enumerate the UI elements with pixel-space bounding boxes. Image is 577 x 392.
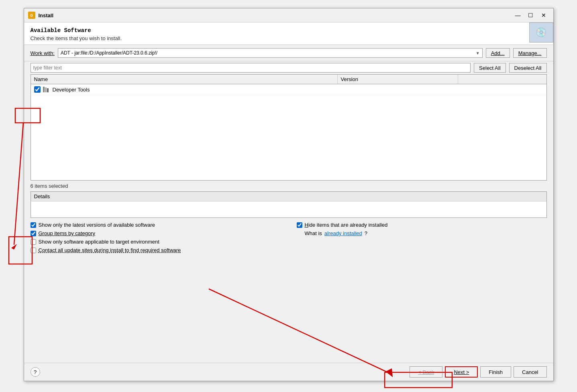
developer-tools-label: Developer Tools	[53, 87, 90, 93]
table-header: Name Version	[31, 75, 546, 84]
option-row-latest: Show only the latest versions of availab…	[31, 222, 281, 228]
col-extra-header	[458, 75, 546, 84]
svg-marker-5	[11, 244, 17, 250]
label-target-environment: Show only software applicable to target …	[39, 239, 159, 245]
toolbar-section: Work with: ADT - jar:file:/D:/AppInstall…	[24, 45, 553, 61]
work-with-combo[interactable]: ADT - jar:file:/D:/AppInstaller/ADT-23.0…	[58, 48, 483, 58]
header-subtitle: Check the items that you wish to install…	[31, 35, 547, 41]
options-section: Show only the latest versions of availab…	[24, 218, 553, 257]
label-latest-versions: Show only the latest versions of availab…	[39, 222, 155, 228]
header-title: Available Software	[31, 27, 547, 34]
header-section: Available Software Check the items that …	[24, 22, 553, 45]
options-left: Show only the latest versions of availab…	[31, 222, 281, 253]
minimize-button[interactable]: —	[512, 11, 524, 20]
option-row-already-installed: What is already installed ?	[297, 230, 547, 236]
title-bar-left: ⚙ Install	[28, 12, 54, 19]
deselect-all-button[interactable]: Deselect All	[509, 63, 547, 73]
details-body	[31, 201, 546, 217]
next-label: Next >	[454, 369, 469, 375]
install-window: ⚙ Install — ☐ ✕ Available Software Check…	[24, 8, 554, 381]
details-section: Details	[31, 191, 547, 218]
filter-input[interactable]	[31, 63, 471, 73]
add-button[interactable]: Add...	[486, 48, 510, 58]
row-checkbox-developer-tools[interactable]	[34, 86, 41, 93]
window-icon: ⚙	[28, 12, 35, 19]
combo-arrow-icon: ▼	[476, 51, 480, 55]
status-bar: 6 items selected	[24, 181, 553, 191]
back-label: < Back	[418, 369, 434, 375]
svg-line-4	[14, 123, 23, 245]
svg-rect-2	[47, 88, 49, 92]
status-text: 6 items selected	[31, 183, 68, 189]
work-with-value: ADT - jar:file:/D:/AppInstaller/ADT-23.0…	[61, 50, 157, 56]
already-installed-link[interactable]: already installed	[324, 230, 362, 236]
next-button[interactable]: Next >	[445, 366, 478, 378]
table-row[interactable]: Developer Tools	[31, 84, 546, 95]
already-installed-prefix: What is	[305, 230, 322, 236]
table-body: Developer Tools	[31, 84, 546, 180]
checkbox-latest-versions[interactable]	[31, 222, 36, 228]
maximize-button[interactable]: ☐	[525, 11, 536, 20]
label-group-by-category: Group items by category	[39, 230, 96, 236]
developer-tools-icon	[43, 86, 50, 93]
option-row-hide-installed: Hide items that are already installed	[297, 222, 547, 228]
title-bar: ⚙ Install — ☐ ✕	[24, 8, 553, 22]
label-contact-update-sites: Contact all update sites during install …	[39, 247, 181, 253]
cancel-button[interactable]: Cancel	[514, 366, 546, 378]
col-version-header: Version	[338, 75, 458, 84]
details-header: Details	[31, 192, 546, 201]
cd-icon: 💿	[529, 22, 553, 43]
manage-button[interactable]: Manage...	[513, 48, 547, 58]
checkbox-group-by-category[interactable]	[31, 231, 36, 236]
help-button[interactable]: ?	[31, 367, 40, 377]
window-title: Install	[39, 12, 54, 18]
filter-row: Select All Deselect All	[24, 61, 553, 74]
svg-rect-1	[45, 87, 47, 92]
option-row-group: Group items by category	[31, 230, 281, 236]
options-right: Hide items that are already installed Wh…	[297, 222, 547, 253]
label-hide-installed: Hide items that are already installed	[305, 222, 388, 228]
bottom-bar: ? < Back Next > Finish Cancel	[24, 363, 553, 381]
option-row-target: Show only software applicable to target …	[31, 239, 281, 245]
software-table: Name Version Developer Tools	[31, 74, 547, 181]
checkbox-target-environment[interactable]	[31, 239, 36, 245]
spacer	[24, 257, 553, 363]
option-row-contact: Contact all update sites during install …	[31, 247, 281, 253]
finish-button[interactable]: Finish	[480, 366, 511, 378]
close-button[interactable]: ✕	[538, 11, 549, 20]
work-with-label: Work with:	[31, 50, 55, 56]
nav-buttons: < Back Next > Finish Cancel	[410, 366, 546, 378]
col-name-header: Name	[31, 75, 338, 84]
already-installed-suffix: ?	[365, 230, 367, 236]
select-all-button[interactable]: Select All	[474, 63, 506, 73]
back-button[interactable]: < Back	[410, 366, 442, 378]
checkbox-hide-installed[interactable]	[297, 222, 302, 228]
content-area: Work with: ADT - jar:file:/D:/AppInstall…	[24, 45, 553, 381]
svg-rect-0	[43, 87, 45, 92]
checkbox-contact-update-sites[interactable]	[31, 248, 36, 253]
hide-label-underline: H	[305, 222, 308, 228]
title-controls: — ☐ ✕	[512, 11, 549, 20]
